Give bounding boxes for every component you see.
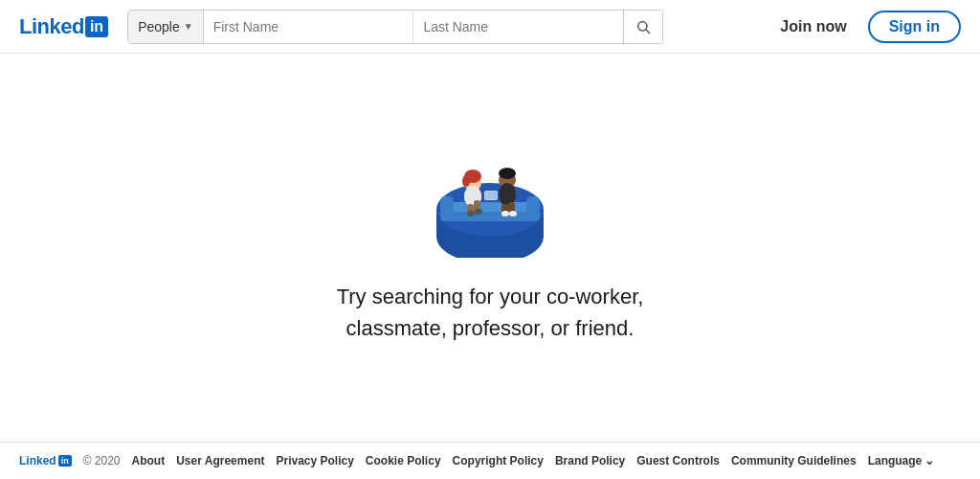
footer-link-cookie-policy[interactable]: Cookie Policy [366,454,441,468]
footer-link-about[interactable]: About [132,454,166,468]
logo-text: Linked [19,14,84,39]
search-filter-dropdown[interactable]: People ▼ [128,11,204,43]
footer-link-copyright-policy[interactable]: Copyright Policy [453,454,544,468]
search-filter-label: People [138,19,180,34]
svg-point-17 [475,209,482,215]
footer-logo-text: Linked [19,454,56,468]
footer-copyright: © 2020 [83,454,121,468]
last-name-input[interactable] [413,11,623,43]
chevron-down-icon: ▼ [184,21,193,32]
svg-point-20 [499,168,516,179]
svg-point-12 [462,175,470,187]
svg-point-25 [509,211,517,217]
search-button[interactable] [623,11,662,43]
footer-link-brand-policy[interactable]: Brand Policy [555,454,625,468]
svg-rect-8 [442,212,538,221]
svg-point-16 [467,211,475,217]
logo-in-box: in [85,16,108,37]
sign-in-button[interactable]: Sign in [868,11,961,43]
svg-line-1 [646,30,650,34]
logo-area: Linkedin [19,14,108,39]
footer-link-guest-controls[interactable]: Guest Controls [636,454,720,468]
search-prompt: Try searching for your co-worker, classm… [337,281,644,344]
search-prompt-line1: Try searching for your co-worker, [337,285,644,308]
footer-language-label: Language [868,454,923,468]
illustration [413,133,567,258]
footer-link-user-agreement[interactable]: User Agreement [176,454,264,468]
header: Linkedin People ▼ Join now Sign in [0,0,980,54]
main-content: Try searching for your co-worker, classm… [0,54,980,442]
chevron-down-icon: ⌄ [924,454,934,468]
footer-link-privacy-policy[interactable]: Privacy Policy [276,454,353,468]
search-bar: People ▼ [127,10,663,44]
search-icon [635,19,651,34]
footer-link-community-guidelines[interactable]: Community Guidelines [731,454,857,468]
linkedin-logo[interactable]: Linkedin [19,14,108,39]
svg-point-24 [501,211,509,217]
search-prompt-line2: classmate, professor, or friend. [346,316,635,340]
header-actions: Join now Sign in [770,11,961,43]
first-name-input[interactable] [204,11,414,43]
footer-language-selector[interactable]: Language ⌄ [868,454,935,468]
footer: Linkedin © 2020 About User Agreement Pri… [0,442,980,479]
join-now-button[interactable]: Join now [770,12,856,41]
svg-rect-27 [485,192,497,199]
footer-logo-in: in [58,455,72,467]
footer-logo[interactable]: Linkedin [19,454,72,468]
